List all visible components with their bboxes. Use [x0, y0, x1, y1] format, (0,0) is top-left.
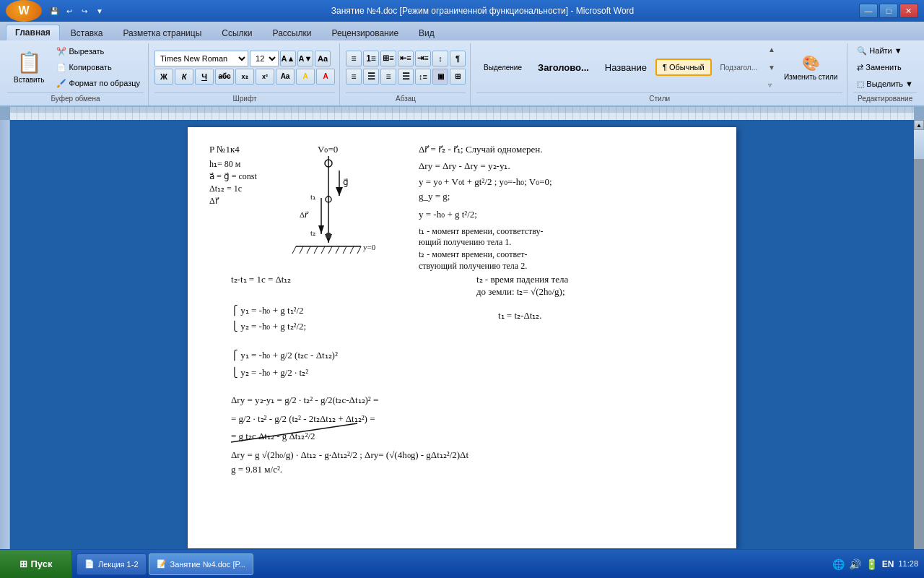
paste-button[interactable]: 📋 Вставить	[7, 47, 51, 87]
highlight-btn[interactable]: A	[296, 69, 315, 85]
tab-home[interactable]: Главная	[6, 25, 60, 40]
language-indicator[interactable]: EN	[882, 559, 894, 569]
font-content: Times New Roman 12 A▲ A▼ Aa Ж К Ч абс	[154, 43, 335, 91]
change-styles-icon: 🎨	[802, 54, 820, 72]
tab-view[interactable]: Вид	[409, 25, 444, 40]
copy-button[interactable]: 📄 Копировать	[53, 61, 144, 74]
volume-icon[interactable]: 🔊	[849, 558, 861, 570]
select-button[interactable]: ⬚ Выделить ▼	[853, 77, 917, 91]
tab-review[interactable]: Рецензирование	[322, 25, 408, 40]
editing-content: 🔍 Найти ▼ ⇄ Заменить ⬚ Выделить ▼	[853, 43, 917, 91]
scroll-track[interactable]	[914, 130, 924, 552]
ruler-corner	[0, 107, 10, 120]
clipboard-group: 📋 Вставить ✂️ Вырезать 📄 Копировать 🖌️ Ф…	[3, 43, 149, 105]
network-icon[interactable]: 🌐	[832, 558, 845, 570]
save-quick-btn[interactable]: 💾	[48, 4, 61, 17]
more-quick-btn[interactable]: ▼	[93, 4, 106, 17]
borders-btn[interactable]: ⊞	[450, 69, 466, 85]
svg-text:⎩ y₂ = -h₀ + g/2 · t₂²: ⎩ y₂ = -h₀ + g/2 · t₂²	[231, 366, 308, 379]
italic-button[interactable]: К	[175, 69, 193, 85]
style-subtitle[interactable]: Подзагол...	[713, 59, 764, 76]
scroll-up-btn[interactable]: ▲	[914, 120, 924, 130]
taskbar-item-icon-0: 📄	[84, 559, 95, 569]
underline-button[interactable]: Ч	[195, 69, 214, 85]
decrease-indent-btn[interactable]: ⇤≡	[398, 51, 414, 66]
tab-references[interactable]: Ссылки	[212, 25, 261, 40]
text-effects-btn[interactable]: Aа	[276, 69, 295, 85]
align-left-btn[interactable]: ≡	[346, 69, 362, 85]
undo-quick-btn[interactable]: ↩	[63, 4, 76, 17]
styles-up-arrow[interactable]: ▲	[767, 46, 777, 53]
clear-format-btn[interactable]: Aa	[315, 51, 331, 66]
style-heading[interactable]: Заголово...	[531, 58, 596, 77]
find-button[interactable]: 🔍 Найти ▼	[853, 44, 917, 58]
svg-text:Δr⃗: Δr⃗	[300, 210, 309, 219]
redo-quick-btn[interactable]: ↪	[78, 4, 91, 17]
tab-insert[interactable]: Вставка	[61, 25, 113, 40]
multilevel-btn[interactable]: ⊞≡	[380, 51, 396, 66]
replace-button[interactable]: ⇄ Заменить	[853, 61, 917, 74]
taskbar-item-1[interactable]: 📝 Занятие №4.doc [Р...	[149, 553, 253, 575]
align-center-btn[interactable]: ☰	[363, 69, 379, 85]
bold-button[interactable]: Ж	[154, 69, 173, 85]
line-spacing-btn[interactable]: ↕≡	[415, 69, 431, 85]
minimize-button[interactable]: —	[859, 4, 878, 18]
paragraph-label: Абзац	[346, 92, 466, 103]
tab-mailings[interactable]: Рассылки	[263, 25, 321, 40]
decrease-font-btn[interactable]: A▼	[297, 51, 313, 66]
taskbar-item-label-1: Занятие №4.doc [Р...	[170, 560, 245, 569]
show-hide-btn[interactable]: ¶	[450, 51, 466, 66]
page-content-svg: P №1к4 V₀=0 h₁= 80 м a⃗ = g⃗ = const Δt₁…	[188, 127, 736, 546]
para-content: ≡ 1≡ ⊞≡ ⇤≡ ⇥≡ ↕ ¶ ≡ ☰ ≡ ☰ ↕≡ ▣	[346, 43, 466, 91]
styles-down-arrow[interactable]: ▼	[767, 64, 777, 72]
vertical-scrollbar[interactable]: ▲ ▼	[914, 120, 924, 562]
style-selection[interactable]: Выделение	[476, 59, 529, 76]
strikethrough-button[interactable]: абс	[215, 69, 234, 85]
format-painter-label: Формат по образцу	[69, 79, 140, 87]
styles-more-arrow[interactable]: ▿	[767, 81, 777, 89]
battery-icon[interactable]: 🔋	[866, 558, 878, 570]
cut-button[interactable]: ✂️ Вырезать	[53, 45, 144, 59]
font-name-select[interactable]: Times New Roman	[154, 51, 248, 66]
svg-text:Δry = g √(2h₀/g) · Δt₁₂ - g·Δt: Δry = g √(2h₀/g) · Δt₁₂ - g·Δt₁₂²/2 ; Δr…	[231, 449, 468, 460]
scroll-thumb[interactable]	[914, 130, 924, 159]
title-bar: W 💾 ↩ ↪ ▼ Занятие №4.doc [Режим ограниче…	[0, 0, 924, 22]
svg-text:до земли: t₂= √(2h₀/g);: до земли: t₂= √(2h₀/g);	[476, 286, 565, 297]
bullets-btn[interactable]: ≡	[346, 51, 362, 66]
subscript-button[interactable]: x₂	[235, 69, 254, 85]
clipboard-label: Буфер обмена	[7, 92, 144, 103]
styles-group: Выделение Заголово... Название ¶ Обычный…	[472, 43, 847, 105]
increase-font-btn[interactable]: A▲	[280, 51, 296, 66]
sort-btn[interactable]: ↕	[432, 51, 448, 66]
tab-pagelayout[interactable]: Разметка страницы	[113, 25, 211, 40]
taskbar-item-0[interactable]: 📄 Лекция 1-2	[77, 553, 147, 575]
font-color-btn[interactable]: A	[316, 69, 335, 85]
svg-text:ющий получению тела 1.: ющий получению тела 1.	[419, 237, 511, 247]
align-right-btn[interactable]: ≡	[380, 69, 396, 85]
office-button[interactable]: W	[6, 0, 42, 22]
change-styles-button[interactable]: 🎨 Изменить стили	[779, 51, 842, 85]
search-icon: 🔍	[857, 46, 867, 56]
titlebar-left: W 💾 ↩ ↪ ▼	[6, 0, 106, 22]
style-normal[interactable]: ¶ Обычный	[655, 59, 712, 76]
paintbrush-icon: 🖌️	[56, 79, 66, 88]
scissors-icon: ✂️	[56, 47, 66, 56]
clock-time: 11:28	[898, 558, 918, 569]
font-size-select[interactable]: 12	[250, 51, 279, 66]
justify-btn[interactable]: ☰	[398, 69, 414, 85]
find-dropdown-icon: ▼	[894, 46, 902, 55]
close-button[interactable]: ✕	[899, 4, 918, 18]
increase-indent-btn[interactable]: ⇥≡	[415, 51, 431, 66]
format-painter-button[interactable]: 🖌️ Формат по образцу	[53, 77, 144, 90]
style-title[interactable]: Название	[598, 58, 654, 77]
svg-text:⎩ y₂ = -h₀ + g t₂²/2;: ⎩ y₂ = -h₀ + g t₂²/2;	[231, 320, 306, 332]
select-icon: ⬚	[857, 79, 864, 89]
start-button[interactable]: ⊞ Пуск	[0, 550, 72, 579]
shading-btn[interactable]: ▣	[432, 69, 448, 85]
superscript-button[interactable]: x²	[256, 69, 274, 85]
editing-group: 🔍 Найти ▼ ⇄ Заменить ⬚ Выделить ▼ Реда	[849, 43, 921, 105]
maximize-button[interactable]: □	[879, 4, 898, 18]
numbering-btn[interactable]: 1≡	[363, 51, 379, 66]
ruler-right	[914, 107, 924, 120]
document-area[interactable]: P №1к4 V₀=0 h₁= 80 м a⃗ = g⃗ = const Δt₁…	[10, 120, 914, 562]
